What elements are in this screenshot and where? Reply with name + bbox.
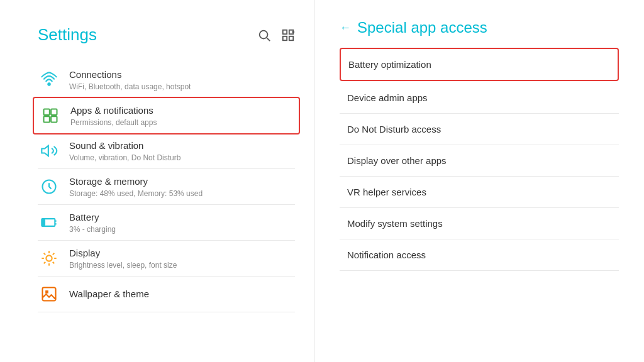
svg-rect-11	[51, 109, 57, 115]
left-panel: Settings	[0, 0, 314, 362]
svg-rect-12	[44, 116, 50, 122]
svg-rect-13	[51, 116, 57, 122]
right-panel-title: Special app access	[357, 19, 487, 36]
sound-icon	[38, 140, 60, 162]
grid-icon[interactable]	[281, 28, 295, 42]
access-item-device-admin[interactable]: Device admin apps	[340, 82, 619, 114]
connections-icon	[38, 69, 60, 91]
sidebar-item-apps-notifications[interactable]: Apps & notifications Permissions, defaul…	[33, 97, 300, 134]
apps-icon	[39, 104, 62, 127]
svg-rect-2	[283, 30, 287, 33]
connections-title: Connections	[69, 69, 295, 81]
sidebar-item-sound[interactable]: Sound & vibration Volume, vibration, Do …	[38, 133, 295, 169]
display-icon	[38, 247, 60, 270]
access-item-vr-helper[interactable]: VR helper services	[340, 177, 619, 208]
svg-rect-19	[43, 219, 45, 225]
wallpaper-text: Wallpaper & theme	[69, 288, 295, 300]
sound-text: Sound & vibration Volume, vibration, Do …	[69, 140, 295, 162]
svg-line-25	[44, 253, 45, 255]
storage-title: Storage & memory	[69, 175, 295, 188]
svg-line-28	[44, 262, 45, 263]
right-header: ← Special app access	[340, 19, 619, 36]
access-item-display-over[interactable]: Display over other apps	[340, 145, 619, 177]
search-icon[interactable]	[257, 28, 271, 42]
svg-rect-10	[44, 109, 50, 115]
svg-line-1	[267, 38, 270, 41]
settings-list: Connections WiFi, Bluetooth, data usage,…	[38, 62, 295, 312]
battery-subtitle: 3% - charging	[69, 225, 295, 234]
apps-notifications-title: Apps & notifications	[70, 104, 294, 117]
sidebar-item-battery[interactable]: Battery 3% - charging	[38, 205, 295, 241]
svg-rect-5	[289, 36, 293, 40]
sound-subtitle: Volume, vibration, Do Not Disturb	[69, 153, 295, 162]
storage-text: Storage & memory Storage: 48% used, Memo…	[69, 175, 295, 198]
back-button[interactable]: ←	[340, 21, 351, 35]
sidebar-item-storage[interactable]: Storage & memory Storage: 48% used, Memo…	[38, 169, 295, 205]
access-item-notification-access[interactable]: Notification access	[340, 239, 619, 271]
special-access-list: Battery optimization Device admin apps D…	[340, 48, 619, 271]
svg-line-27	[53, 253, 54, 255]
display-text: Display Brightness level, sleep, font si…	[69, 247, 295, 270]
settings-title: Settings	[38, 25, 97, 45]
svg-point-0	[260, 30, 268, 38]
svg-marker-14	[42, 146, 48, 156]
access-item-do-not-disturb[interactable]: Do Not Disturb access	[340, 114, 619, 145]
svg-line-26	[53, 262, 54, 263]
sidebar-item-display[interactable]: Display Brightness level, sleep, font si…	[38, 241, 295, 277]
connections-subtitle: WiFi, Bluetooth, data usage, hotspot	[69, 82, 295, 91]
sound-title: Sound & vibration	[69, 140, 295, 152]
wallpaper-title: Wallpaper & theme	[69, 288, 295, 300]
apps-notifications-text: Apps & notifications Permissions, defaul…	[70, 104, 294, 127]
display-title: Display	[69, 247, 295, 260]
access-item-battery-optimization[interactable]: Battery optimization	[340, 48, 619, 81]
storage-subtitle: Storage: 48% used, Memory: 53% used	[69, 189, 295, 198]
sidebar-item-wallpaper[interactable]: Wallpaper & theme	[38, 277, 295, 312]
display-subtitle: Brightness level, sleep, font size	[69, 261, 295, 270]
apps-notifications-subtitle: Permissions, default apps	[70, 118, 294, 127]
right-panel: ← Special app access Battery optimizatio…	[314, 0, 644, 362]
svg-point-20	[46, 255, 52, 261]
sidebar-item-connections[interactable]: Connections WiFi, Bluetooth, data usage,…	[38, 62, 295, 98]
battery-text: Battery 3% - charging	[69, 211, 295, 234]
settings-header: Settings	[38, 25, 295, 45]
battery-icon	[38, 211, 60, 234]
svg-rect-4	[283, 36, 287, 40]
header-icons	[257, 28, 295, 42]
access-item-modify-system[interactable]: Modify system settings	[340, 208, 619, 239]
wallpaper-icon	[38, 283, 60, 305]
battery-title: Battery	[69, 211, 295, 224]
storage-icon	[38, 175, 60, 198]
connections-text: Connections WiFi, Bluetooth, data usage,…	[69, 69, 295, 91]
